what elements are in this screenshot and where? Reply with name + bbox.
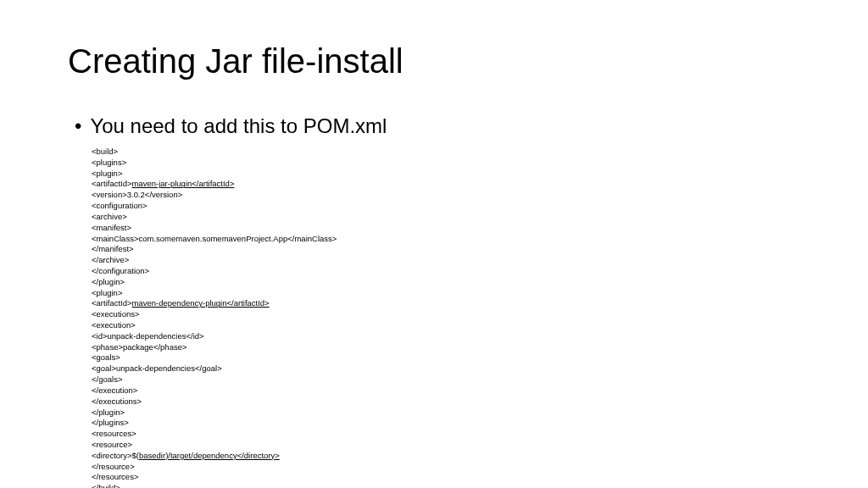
slide-title: Creating Jar file-install [68, 42, 800, 80]
code-line: </manifest> [92, 244, 800, 255]
bullet-text: You need to add this to POM.xml [90, 114, 387, 138]
code-line: </execution> [92, 385, 800, 396]
code-line: </goals> [92, 374, 800, 385]
code-line: <executions> [92, 309, 800, 320]
code-line: <plugins> [92, 158, 800, 169]
bullet-item: • You need to add this to POM.xml [68, 114, 800, 138]
code-line: <phase>package</phase> [92, 342, 800, 353]
code-line: <build> [92, 147, 800, 158]
code-line: <goals> [92, 352, 800, 363]
code-line: <plugin> [92, 288, 800, 299]
code-line: <resources> [92, 429, 800, 440]
code-line: </resources> [92, 472, 800, 483]
code-line: </executions> [92, 396, 800, 408]
code-line: </build> [92, 483, 800, 488]
code-line: </resource> [92, 462, 800, 473]
code-line: <manifest> [92, 223, 800, 234]
code-line: <id>unpack-dependencies</id> [92, 331, 800, 342]
code-line: <directory>$(basedir)/target/dependency<… [92, 451, 800, 462]
code-line: <resource> [92, 440, 800, 451]
code-line: </plugin> [92, 408, 800, 419]
code-line: <goal>unpack-dependencies</goal> [92, 363, 800, 374]
code-line: </plugins> [92, 418, 800, 429]
code-line: <archive> [92, 212, 800, 223]
code-line: </plugin> [92, 277, 800, 288]
code-line: <artifactId>maven-dependency-plugin</art… [92, 298, 800, 309]
code-line: <plugin> [92, 169, 800, 180]
code-line: <version>3.0.2</version> [92, 190, 800, 201]
code-line: </configuration> [92, 266, 800, 277]
code-line: <mainClass>com.somemaven.somemavenProjec… [92, 234, 800, 245]
code-block: <build> <plugins> <plugin> <artifactId>m… [92, 147, 800, 488]
code-line: <configuration> [92, 201, 800, 212]
code-line: <execution> [92, 320, 800, 331]
code-line: </archive> [92, 255, 800, 266]
code-line: <artifactId>maven-jar-plugin</artifactId… [92, 179, 800, 190]
bullet-dot-icon: • [75, 114, 81, 138]
